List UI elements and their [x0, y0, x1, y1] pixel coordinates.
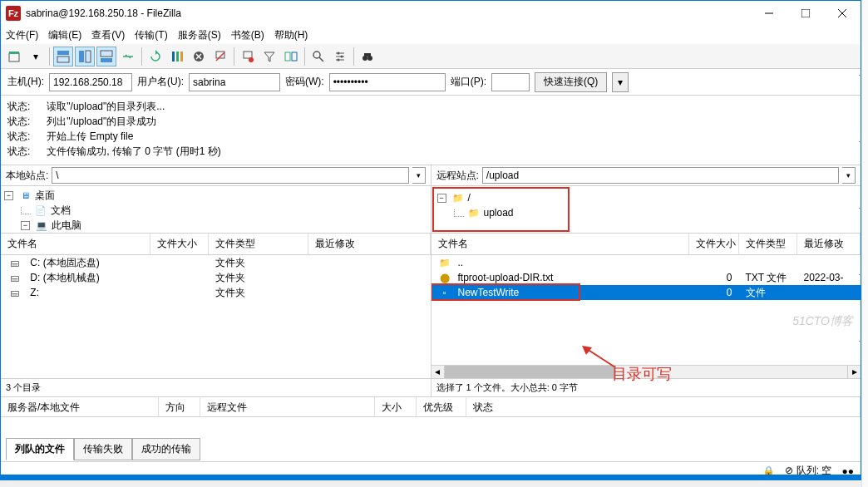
filter-icon[interactable] [259, 47, 279, 66]
disconnect-icon[interactable] [210, 47, 230, 66]
col-modified[interactable]: 最近修改 [308, 234, 431, 254]
user-label: 用户名(U): [137, 75, 184, 89]
list-item[interactable]: 🖴 D: (本地机械盘)文件夹 [1, 270, 431, 285]
tab-queued[interactable]: 列队的文件 [6, 438, 74, 460]
tree-node[interactable]: / [468, 190, 471, 205]
process-queue-icon[interactable] [167, 47, 187, 66]
dropdown-icon[interactable]: ▾ [26, 47, 46, 66]
log-prefix: 状态: [7, 99, 30, 114]
user-input[interactable] [189, 73, 280, 91]
svg-rect-22 [285, 52, 290, 61]
close-button[interactable] [824, 1, 861, 26]
col-modified[interactable]: 最近修改 [797, 234, 861, 254]
toggle-queue-icon[interactable] [96, 47, 116, 66]
tree-node[interactable]: 桌面 [35, 188, 55, 203]
remote-h-scrollbar[interactable]: ◂▸ [432, 365, 861, 378]
remote-rows[interactable]: 📁.. ⬤ftproot-upload-DIR.txt0TXT 文件2022-0… [432, 255, 861, 365]
log-prefix: 状态: [7, 129, 30, 144]
menu-file[interactable]: 文件(F) [6, 28, 38, 42]
svg-rect-8 [79, 51, 84, 62]
col-priority[interactable]: 优先级 [417, 397, 466, 416]
document-icon: 📄 [34, 204, 47, 217]
log-line: 文件传输成功, 传输了 0 字节 (用时1 秒) [47, 144, 220, 159]
list-item[interactable]: 📁.. [432, 255, 861, 270]
settings-icon[interactable] [330, 47, 350, 66]
col-size[interactable]: 文件大小 [689, 234, 739, 254]
menu-server[interactable]: 服务器(S) [178, 28, 221, 42]
col-remote[interactable]: 远程文件 [200, 397, 375, 416]
col-size[interactable]: 大小 [375, 397, 417, 416]
menu-transfer[interactable]: 传输(T) [135, 28, 167, 42]
minimize-button[interactable] [751, 1, 787, 26]
refresh-icon[interactable] [145, 47, 165, 66]
list-item[interactable]: ⬤ftproot-upload-DIR.txt0TXT 文件2022-03- [432, 270, 861, 285]
computer-icon: 💻 [35, 219, 48, 232]
local-site-label: 本地站点: [6, 169, 48, 183]
folder-icon: 📁 [451, 191, 465, 204]
compare-icon[interactable] [281, 47, 301, 66]
remote-path-dropdown[interactable]: ▾ [842, 167, 856, 184]
toggle-log-icon[interactable] [53, 47, 73, 66]
svg-rect-10 [101, 51, 112, 57]
pass-input[interactable] [329, 73, 446, 91]
port-input[interactable] [491, 73, 530, 91]
tree-node[interactable]: 此电脑 [52, 218, 81, 233]
svg-point-24 [313, 52, 320, 58]
tree-node[interactable]: 文档 [51, 203, 71, 218]
local-tree[interactable]: −🖥桌面 📄文档 −💻此电脑 +🖴C: (本地固态盘) [1, 186, 431, 233]
maximize-button[interactable] [787, 1, 824, 26]
remote-path-input[interactable] [482, 167, 839, 184]
svg-rect-7 [57, 57, 69, 62]
menu-help[interactable]: 帮助(H) [274, 28, 308, 42]
local-file-list: 文件名 文件大小 文件类型 最近修改 🖴 C: (本地固态盘)文件夹 🖴 D: … [1, 234, 432, 396]
menu-bookmarks[interactable]: 书签(B) [231, 28, 264, 42]
collapse-icon[interactable]: − [4, 191, 13, 200]
transfer-rows[interactable] [1, 417, 861, 435]
binoculars-icon[interactable] [358, 47, 377, 66]
toolbar: ▾ [1, 44, 861, 69]
col-size[interactable]: 文件大小 [150, 234, 209, 254]
col-direction[interactable]: 方向 [159, 397, 200, 416]
local-footer: 3 个目录 [1, 378, 431, 396]
folder-icon: 📁 [467, 206, 481, 219]
collapse-icon[interactable]: − [437, 194, 446, 203]
local-path-input[interactable] [52, 167, 408, 184]
remote-tree[interactable]: −📁/ 📁upload [432, 187, 570, 232]
tree-node[interactable]: upload [484, 205, 514, 220]
svg-rect-4 [9, 53, 19, 61]
site-manager-icon[interactable] [4, 47, 24, 66]
search-icon[interactable] [308, 47, 328, 66]
list-item[interactable]: 🖴 C: (本地固态盘)文件夹 [1, 255, 431, 270]
col-type[interactable]: 文件类型 [739, 234, 797, 254]
svg-rect-5 [9, 52, 19, 54]
file-icon: ⬤ [438, 271, 451, 284]
toggle-tree-icon[interactable] [75, 47, 95, 66]
col-name[interactable]: 文件名 [432, 234, 689, 254]
reconnect-icon[interactable] [238, 47, 258, 66]
tab-failed[interactable]: 传输失败 [74, 438, 132, 460]
tab-success[interactable]: 成功的传输 [132, 438, 200, 460]
local-path-dropdown[interactable]: ▾ [412, 167, 426, 184]
host-input[interactable] [49, 73, 132, 91]
collapse-icon[interactable]: − [21, 221, 30, 230]
sync-browse-icon[interactable] [118, 47, 138, 66]
col-name[interactable]: 文件名 [1, 234, 150, 254]
list-item[interactable]: ▫NewTestWrite0文件 [432, 285, 861, 300]
menu-view[interactable]: 查看(V) [91, 28, 125, 42]
quickconnect-button[interactable]: 快速连接(Q) [535, 72, 607, 92]
log-line: 开始上传 Empty file [47, 129, 133, 144]
col-type[interactable]: 文件类型 [209, 234, 308, 254]
svg-rect-23 [292, 52, 297, 61]
log-prefix: 状态: [7, 144, 30, 159]
quickconnect-dropdown[interactable]: ▾ [612, 72, 629, 92]
svg-point-29 [338, 52, 340, 54]
col-status[interactable]: 状态 [466, 397, 861, 416]
cancel-icon[interactable] [189, 47, 209, 66]
local-rows[interactable]: 🖴 C: (本地固态盘)文件夹 🖴 D: (本地机械盘)文件夹 🖴 Z:文件夹 [1, 255, 431, 378]
col-file[interactable]: 服务器/本地文件 [1, 397, 159, 416]
list-item[interactable]: 🖴 Z:文件夹 [1, 285, 431, 300]
log-prefix: 状态: [7, 114, 30, 129]
svg-rect-1 [801, 9, 810, 17]
menu-edit[interactable]: 编辑(E) [48, 28, 81, 42]
message-log[interactable]: 状态:读取"/upload"的目录列表... 状态:列出"/upload"的目录… [1, 96, 861, 165]
